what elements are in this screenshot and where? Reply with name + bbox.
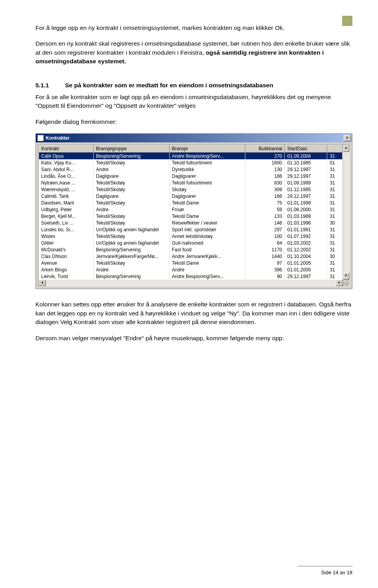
table-cell: Café Opus	[39, 153, 94, 160]
table-cell: 01.01.2005	[285, 260, 327, 266]
table-cell: Tekstil/Skotøy	[93, 219, 169, 226]
table-cell: 31	[327, 166, 343, 173]
kontrakter-table[interactable]: KontraktBransjegruppeBransjeButikkarealS…	[39, 145, 343, 280]
table-cell: Jernvare/Kjøkken/Farge/Mø...	[93, 253, 169, 260]
table-cell: 97	[245, 260, 285, 266]
column-header[interactable]: StartDato	[285, 145, 327, 153]
table-row[interactable]: Udbjørg, PeterAndreFrisør5901.08.200031	[39, 206, 343, 213]
table-row[interactable]: Arken BingoAndreAndre39601.01.200531	[39, 266, 343, 273]
table-row[interactable]: Lundes bo, Si...Ur/Optikk og annen fagha…	[39, 226, 343, 233]
table-row[interactable]: Kalsi, Vijay Ku...Tekstil/SkotøyTekstil …	[39, 159, 343, 166]
column-header[interactable]: Bransje	[169, 145, 245, 153]
table-row[interactable]: McDonald'sBespisning/ServeringFast food1…	[39, 246, 343, 253]
table-cell: Bespisning/Servering	[93, 246, 169, 253]
table-cell: Andre	[93, 166, 169, 173]
table-cell: Clas Ohlson	[39, 253, 94, 260]
table-row[interactable]: Clas OhlsonJernvare/Kjøkken/Farge/Mø...A…	[39, 253, 343, 260]
table-cell: Lundes bo, Si...	[39, 226, 94, 233]
footer-rule	[297, 566, 352, 566]
table-cell: 31	[327, 266, 343, 273]
table-cell: 01.07.1992	[285, 233, 327, 240]
table-cell: Andre	[93, 206, 169, 213]
table-cell: Tekstil/Skotøy	[93, 233, 169, 240]
section-number: 5.1.1	[35, 82, 65, 89]
table-cell: Calimili, Tarik	[39, 193, 94, 199]
scroll-right-button[interactable]: ►	[336, 280, 343, 286]
table-cell: 186	[245, 173, 285, 179]
table-cell: 31	[327, 186, 343, 193]
table-cell: Dagligvarer	[169, 173, 245, 179]
table-cell: Udbjørg, Peter	[39, 206, 94, 213]
column-header[interactable]: Bransjegruppe	[93, 145, 169, 153]
column-header[interactable]: Kontrakt	[39, 145, 94, 153]
table-cell: 31	[327, 226, 343, 233]
table-cell: Reiseeffekter / vesker	[169, 219, 245, 226]
close-button[interactable]: ×	[344, 135, 351, 141]
table-row[interactable]: Lindås, Åse O...DagligvareDagligvarer186…	[39, 173, 343, 179]
table-cell: Kalsi, Vijay Ku...	[39, 159, 94, 166]
table-row[interactable]: Leirvik, TuridBespisning/ServeringAndre …	[39, 273, 343, 280]
table-row[interactable]: Davidsen, MaritTekstil/SkotøyTekstil Dam…	[39, 199, 343, 206]
table-cell: 29.12.1997	[285, 193, 327, 199]
table-cell: Skotøy	[169, 186, 245, 193]
table-cell: 297	[245, 226, 285, 233]
table-cell: Wærenskjold, ...	[39, 186, 94, 193]
table-cell: Berget, Kjell M...	[39, 213, 94, 219]
table-cell: 146	[245, 219, 285, 226]
table-cell: 130	[245, 166, 285, 173]
table-cell: 31	[327, 206, 343, 213]
scroll-up-button[interactable]: ▲	[343, 145, 349, 152]
table-row[interactable]: GlitterUr/Optikk og annen faghandelGull-…	[39, 240, 343, 246]
table-cell: Tekstil Dame	[169, 213, 245, 219]
table-row[interactable]: Calimili, TarikDagligvareDagligvarer1662…	[39, 193, 343, 199]
column-header[interactable]	[327, 145, 343, 153]
table-cell: 01.10.2004	[285, 253, 327, 260]
table-cell: Dagligvare	[93, 173, 169, 179]
vertical-scrollbar[interactable]: ▲ ▼	[343, 145, 349, 280]
scroll-track[interactable]	[46, 280, 336, 286]
resize-grip[interactable]	[343, 280, 349, 286]
table-cell: Ur/Optikk og annen faghandel	[93, 226, 169, 233]
paragraph: Dersom en ny kontrakt skal registreres i…	[35, 39, 352, 66]
table-cell: Bespisning/Servering	[93, 153, 169, 160]
dialog-title: Kontrakter	[46, 135, 344, 141]
table-cell: 830	[245, 179, 285, 186]
column-header[interactable]: Butikkareal	[245, 145, 285, 153]
table-row[interactable]: Nytrøen,Aase ...Tekstil/SkotøyTekstil fu…	[39, 179, 343, 186]
table-row[interactable]: Sani, Abdul R...AndreDyrebutikk13029.12.…	[39, 166, 343, 173]
table-row[interactable]: AvenueTekstil/SkotøyTekstil Dame9701.01.…	[39, 260, 343, 266]
table-cell: 30	[327, 219, 343, 226]
table-cell: Dyrebutikk	[169, 166, 245, 173]
table-cell: 01.03.1996	[285, 219, 327, 226]
table-cell: Nytrøen,Aase ...	[39, 179, 94, 186]
table-cell: Avenue	[39, 260, 94, 266]
table-cell: Wistex	[39, 233, 94, 240]
table-cell: 31	[327, 153, 343, 160]
table-row[interactable]: Café OpusBespisning/ServeringAndre Bespi…	[39, 153, 343, 160]
table-cell: 166	[245, 193, 285, 199]
table-cell: 31	[327, 179, 343, 186]
scroll-track[interactable]	[343, 152, 349, 273]
table-row[interactable]: Wærenskjold, ...Tekstil/SkotøySkotøy3090…	[39, 186, 343, 193]
table-cell: Ur/Optikk og annen faghandel	[93, 240, 169, 246]
table-cell: Tekstil fullsortiment	[169, 159, 245, 166]
table-cell: 31	[327, 193, 343, 199]
table-cell: Soelseth, Liv ...	[39, 219, 94, 226]
table-cell: Annet tekstil/skotøy	[169, 233, 245, 240]
table-row[interactable]: Soelseth, Liv ...Tekstil/SkotøyReiseeffe…	[39, 219, 343, 226]
table-row[interactable]: WistexTekstil/SkotøyAnnet tekstil/skotøy…	[39, 233, 343, 240]
table-cell: Davidsen, Marit	[39, 199, 94, 206]
scroll-down-button[interactable]: ▼	[343, 273, 349, 280]
table-row[interactable]: Berget, Kjell M...Tekstil/SkotøyTekstil …	[39, 213, 343, 219]
dialog-titlebar[interactable]: Kontrakter ×	[36, 134, 352, 142]
scroll-left-button[interactable]: ◄	[39, 280, 46, 286]
table-cell: 31	[327, 260, 343, 266]
table-cell: Tekstil Dame	[169, 199, 245, 206]
table-cell: Tekstil Dame	[169, 260, 245, 266]
section-heading: 5.1.1 Se på kontrakter som er medtatt fo…	[35, 82, 352, 89]
table-cell: Lindås, Åse O...	[39, 173, 94, 179]
table-cell: 31	[327, 173, 343, 179]
table-cell: 01.12.2002	[285, 246, 327, 253]
table-cell: 01.09.2004	[285, 153, 327, 160]
table-cell: 1170	[245, 246, 285, 253]
